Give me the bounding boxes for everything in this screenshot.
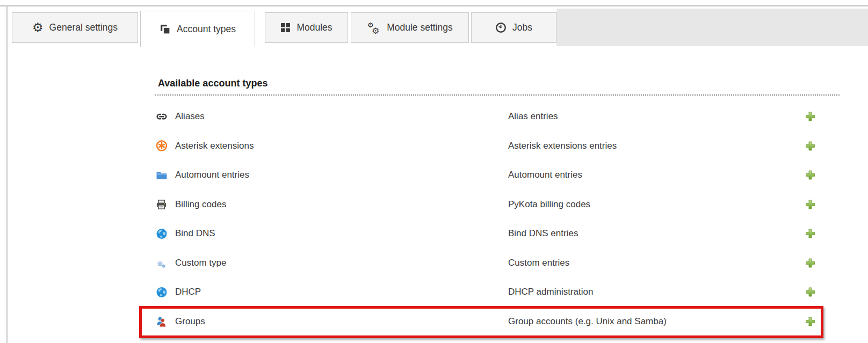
account-type-name: DHCP: [175, 287, 201, 297]
gears-icon: ⚙ ⚙: [367, 21, 381, 35]
add-account-type-button[interactable]: [805, 112, 815, 122]
clock-icon: [495, 22, 507, 33]
tab-label: Module settings: [387, 22, 453, 33]
account-types-list: Aliases Alias entries Asterisk extension…: [155, 102, 823, 336]
add-account-type-button[interactable]: [805, 316, 815, 326]
frame-border-left: [6, 5, 8, 343]
account-type-name: Aliases: [175, 111, 205, 122]
account-type-description: Alias entries: [508, 111, 558, 122]
page-title: Available account types: [155, 78, 840, 96]
account-type-description: Group accounts (e.g. Unix and Samba): [508, 316, 667, 327]
account-type-description: Custom entries: [508, 258, 569, 268]
table-row: Aliases Alias entries: [155, 102, 823, 132]
account-type-name: Bind DNS: [175, 228, 215, 239]
globe-icon: [155, 286, 168, 299]
account-type-description: Bind DNS entries: [508, 228, 578, 239]
table-row: Asterisk extensions Asterisk extensions …: [155, 132, 823, 161]
add-account-type-button[interactable]: [805, 229, 815, 239]
table-row: DHCP DHCP administration: [155, 278, 823, 307]
add-account-type-button[interactable]: [805, 141, 815, 151]
account-type-name: Groups: [175, 316, 205, 327]
tab-label: Modules: [296, 22, 332, 33]
account-type-description: Asterisk extensions entries: [508, 141, 617, 151]
tab-jobs[interactable]: Jobs: [471, 12, 556, 43]
tab-module-settings[interactable]: ⚙ ⚙ Module settings: [351, 12, 469, 43]
tab-strip-filler: [556, 9, 868, 46]
table-row: Bind DNS Bind DNS entries: [155, 219, 823, 249]
users-icon: [155, 315, 168, 328]
tab-account-types[interactable]: Account types: [140, 11, 255, 47]
tab-general-settings[interactable]: ⚙ General settings: [12, 12, 138, 43]
tab-modules[interactable]: Modules: [265, 12, 348, 43]
gears-small-icon: [155, 256, 168, 269]
copy-icon: [160, 24, 171, 35]
tab-label: Jobs: [512, 22, 532, 33]
folder-icon: [155, 169, 168, 182]
gear-icon: ⚙: [32, 21, 44, 34]
table-row: Billing codes PyKota billing codes: [155, 190, 823, 220]
account-type-name: Billing codes: [175, 199, 226, 210]
svg-text:⚙: ⚙: [372, 26, 379, 35]
globe-icon: [155, 227, 168, 240]
asterisk-icon: [155, 139, 168, 152]
add-account-type-button[interactable]: [805, 170, 815, 180]
link-icon: [155, 110, 168, 123]
account-type-description: PyKota billing codes: [508, 199, 590, 210]
account-type-name: Automount entries: [175, 170, 249, 180]
frame-border-top: [0, 5, 868, 6]
account-type-name: Custom type: [175, 258, 226, 268]
tab-label: General settings: [49, 22, 118, 33]
add-account-type-button[interactable]: [805, 199, 815, 209]
add-account-type-button[interactable]: [805, 287, 815, 297]
add-account-type-button[interactable]: [805, 258, 815, 268]
grid-icon: [280, 23, 291, 33]
tab-label: Account types: [177, 24, 236, 35]
account-type-description: Automount entries: [508, 170, 582, 180]
table-row: Custom type Custom entries: [155, 249, 823, 278]
table-row: Automount entries Automount entries: [155, 160, 823, 190]
table-row: Groups Group accounts (e.g. Unix and Sam…: [155, 307, 823, 337]
printer-icon: [155, 198, 168, 211]
account-type-description: DHCP administration: [508, 287, 593, 297]
account-type-name: Asterisk extensions: [175, 141, 254, 151]
